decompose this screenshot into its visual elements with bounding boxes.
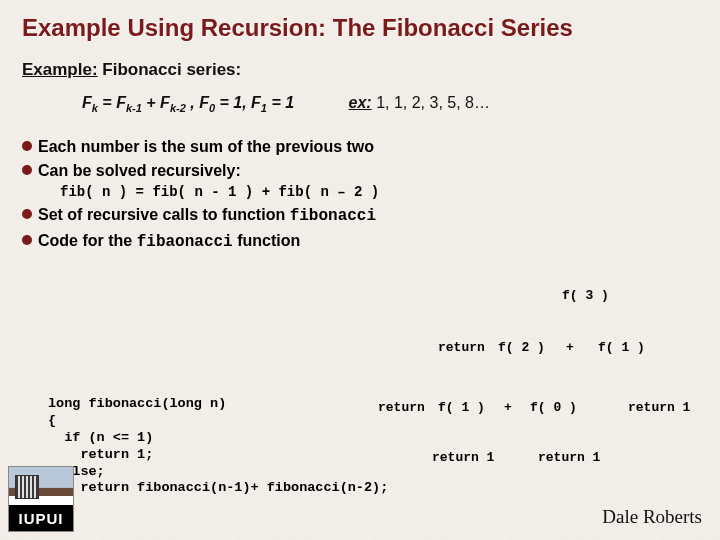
bullet-text-part: function bbox=[233, 232, 301, 249]
bullet-text: Set of recursive calls to function fibon… bbox=[38, 204, 376, 228]
bullet-text: Can be solved recursively: bbox=[38, 160, 241, 182]
formula-plus: + bbox=[146, 94, 160, 111]
page-title: Example Using Recursion: The Fibonacci S… bbox=[22, 14, 698, 42]
formula-var: F bbox=[82, 94, 92, 111]
bullet-icon bbox=[22, 209, 32, 219]
bullet-mono: fibonacci bbox=[290, 207, 376, 225]
tree-node: return bbox=[438, 340, 485, 355]
bullet-item: Each number is the sum of the previous t… bbox=[22, 136, 698, 158]
formula-base: = 1 bbox=[271, 94, 294, 111]
formula-sub: k-1 bbox=[126, 102, 142, 114]
formula-comma: , bbox=[190, 94, 199, 111]
formula-base: = 1, bbox=[219, 94, 251, 111]
formula-var: F bbox=[116, 94, 126, 111]
inline-code: fib( n ) = fib( n - 1 ) + fib( n – 2 ) bbox=[60, 183, 698, 202]
tree-node: f( 0 ) bbox=[530, 400, 577, 415]
bullet-text: Each number is the sum of the previous t… bbox=[38, 136, 374, 158]
bullet-list: Each number is the sum of the previous t… bbox=[22, 136, 698, 253]
slide: Example Using Recursion: The Fibonacci S… bbox=[0, 0, 720, 540]
formula-var: F bbox=[199, 94, 209, 111]
formula-var: F bbox=[251, 94, 261, 111]
bullet-item: Code for the fibaonacci function bbox=[22, 230, 698, 254]
example-label: Example: bbox=[22, 60, 98, 79]
tree-node: return 1 bbox=[628, 400, 690, 415]
formula-sub: k bbox=[92, 102, 98, 114]
code-block: long fibonacci(long n) { if (n <= 1) ret… bbox=[48, 396, 388, 514]
tree-node: f( 1 ) bbox=[438, 400, 485, 415]
formula-sub: 1 bbox=[261, 102, 267, 114]
tree-node: f( 1 ) bbox=[598, 340, 645, 355]
formula-eq: = bbox=[102, 94, 116, 111]
bullet-mono: fibaonacci bbox=[137, 233, 233, 251]
formula-ex-values: 1, 1, 2, 3, 5, 8… bbox=[372, 94, 490, 111]
bullet-icon bbox=[22, 141, 32, 151]
tree-plus: + bbox=[566, 340, 574, 355]
author-name: Dale Roberts bbox=[602, 506, 702, 528]
logo: IUPUI bbox=[8, 466, 74, 532]
formula-ex-label: ex: bbox=[349, 94, 372, 111]
bullet-item: Can be solved recursively: bbox=[22, 160, 698, 182]
bullet-text-part: Set of recursive calls to function bbox=[38, 206, 290, 223]
example-line: Example: Fibonacci series: bbox=[22, 60, 698, 80]
tree-node: return 1 bbox=[432, 450, 494, 465]
bullet-text: Code for the fibaonacci function bbox=[38, 230, 300, 254]
tree-node: f( 2 ) bbox=[498, 340, 545, 355]
formula-row: Fk = Fk-1 + Fk-2 , F0 = 1, F1 = 1 ex: 1,… bbox=[82, 94, 698, 114]
tree-node: return 1 bbox=[538, 450, 600, 465]
logo-picture-icon bbox=[9, 467, 73, 505]
bullet-icon bbox=[22, 165, 32, 175]
logo-text: IUPUI bbox=[9, 505, 73, 531]
bullet-text-part: Code for the bbox=[38, 232, 137, 249]
formula-var: F bbox=[160, 94, 170, 111]
formula-sub: 0 bbox=[209, 102, 215, 114]
tree-node: f( 3 ) bbox=[562, 288, 609, 303]
formula-sub: k-2 bbox=[170, 102, 186, 114]
example-text: Fibonacci series: bbox=[102, 60, 241, 79]
tree-plus: + bbox=[504, 400, 512, 415]
bullet-icon bbox=[22, 235, 32, 245]
bullet-item: Set of recursive calls to function fibon… bbox=[22, 204, 698, 228]
